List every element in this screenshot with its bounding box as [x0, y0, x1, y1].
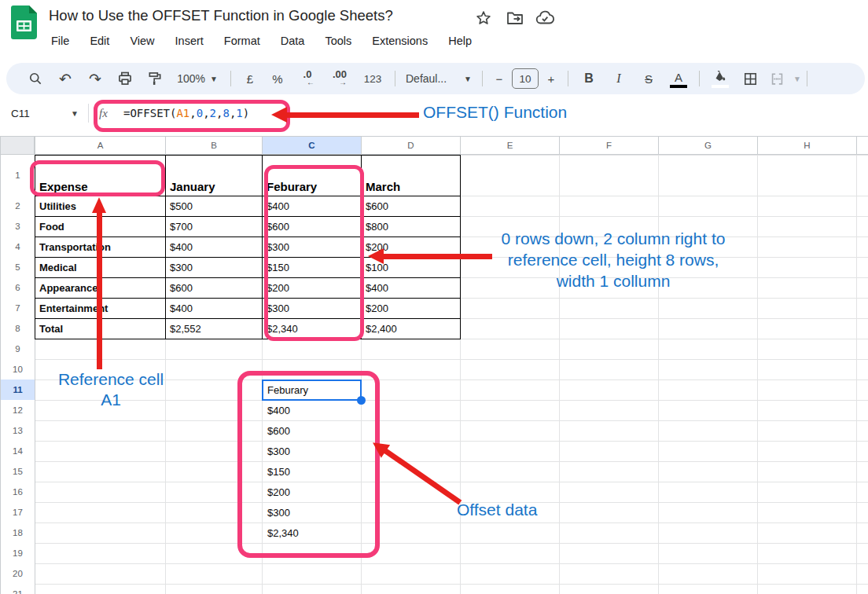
cell-B8[interactable]: $2,552 — [165, 318, 263, 339]
cell-A1[interactable]: Expense — [35, 155, 166, 196]
col-header-E[interactable]: E — [460, 136, 560, 155]
cell-C2[interactable]: $400 — [262, 196, 362, 217]
cell-D6[interactable]: $400 — [361, 277, 461, 299]
gridline-h — [35, 441, 868, 442]
row-header-12[interactable]: 12 — [0, 400, 35, 421]
cell-B2[interactable]: $500 — [165, 196, 263, 217]
gridline-v — [757, 155, 758, 594]
cell-A4[interactable]: Transportation — [35, 236, 166, 258]
col-header-A[interactable]: A — [35, 136, 166, 155]
cell-C3[interactable]: $600 — [262, 216, 362, 237]
gridline-v — [559, 155, 560, 594]
row-header-21[interactable]: 21 — [0, 584, 35, 594]
annotation-offset-description: 0 rows down, 2 column right to reference… — [481, 228, 745, 292]
gridline-v — [658, 155, 659, 594]
gridline-h — [35, 461, 868, 462]
cell-D4[interactable]: $200 — [361, 236, 461, 258]
col-header-F[interactable]: F — [559, 136, 659, 155]
row-header-20[interactable]: 20 — [0, 563, 35, 585]
row-header-13[interactable]: 13 — [0, 420, 35, 442]
row-header-18[interactable]: 18 — [0, 522, 35, 544]
annotation-offset-function: OFFSET() Function — [423, 103, 567, 122]
annotation-offset-data: Offset data — [457, 500, 537, 519]
col-header-G[interactable]: G — [658, 136, 758, 155]
cell-C16[interactable]: $200 — [263, 482, 361, 502]
col-header-H[interactable]: H — [757, 136, 857, 155]
cell-C15[interactable]: $150 — [263, 462, 361, 482]
cell-C8[interactable]: $2,340 — [262, 318, 362, 339]
gridline-v — [856, 155, 857, 594]
spreadsheet-grid: ABCDEFGH12345678910111213141516171819202… — [0, 0, 868, 594]
cell-C14[interactable]: $300 — [263, 442, 361, 461]
cell-C11[interactable]: Feburary — [263, 380, 361, 400]
row-header-1[interactable]: 1 — [0, 155, 35, 196]
row-header-17[interactable]: 17 — [0, 502, 35, 523]
cell-C18[interactable]: $2,340 — [263, 523, 361, 543]
row-header-7[interactable]: 7 — [0, 298, 35, 319]
gridline-h — [35, 563, 868, 564]
row-header-4[interactable]: 4 — [0, 236, 35, 258]
cell-C1[interactable]: Feburary — [262, 155, 362, 196]
row-header-6[interactable]: 6 — [0, 277, 35, 299]
gridline-h — [35, 522, 868, 523]
row-header-11[interactable]: 11 — [0, 380, 35, 401]
cell-D5[interactable]: $100 — [361, 257, 461, 278]
cell-D8[interactable]: $2,400 — [361, 318, 461, 339]
cell-A2[interactable]: Utilities — [35, 196, 166, 217]
row-header-2[interactable]: 2 — [0, 196, 35, 217]
cell-C4[interactable]: $300 — [262, 236, 362, 258]
annotation-reference-cell: Reference cell A1 — [38, 369, 184, 410]
cell-B1[interactable]: January — [165, 155, 263, 196]
select-all-corner[interactable] — [0, 136, 35, 155]
cell-C5[interactable]: $150 — [262, 257, 362, 278]
gridline-h — [35, 584, 868, 585]
gridline-h — [35, 502, 868, 503]
row-header-9[interactable]: 9 — [0, 339, 35, 360]
col-header-B[interactable]: B — [165, 136, 263, 155]
cell-C12[interactable]: $400 — [263, 401, 361, 420]
row-header-10[interactable]: 10 — [0, 359, 35, 380]
cell-B6[interactable]: $600 — [165, 277, 263, 299]
cell-B5[interactable]: $300 — [165, 257, 263, 278]
row-header-19[interactable]: 19 — [0, 543, 35, 564]
col-header-partial[interactable] — [856, 136, 868, 155]
cell-C6[interactable]: $200 — [262, 277, 362, 299]
row-header-14[interactable]: 14 — [0, 441, 35, 462]
row-header-5[interactable]: 5 — [0, 257, 35, 278]
cell-D7[interactable]: $200 — [361, 298, 461, 319]
cell-C7[interactable]: $300 — [262, 298, 362, 319]
cell-B3[interactable]: $700 — [165, 216, 263, 237]
fill-handle[interactable] — [357, 396, 366, 405]
cell-A7[interactable]: Entertainment — [35, 298, 166, 319]
row-header-8[interactable]: 8 — [0, 318, 35, 339]
cell-C13[interactable]: $600 — [263, 421, 361, 441]
cell-A6[interactable]: Appearance — [35, 277, 166, 299]
row-header-3[interactable]: 3 — [0, 216, 35, 237]
cell-D2[interactable]: $600 — [361, 196, 461, 217]
cell-D3[interactable]: $800 — [361, 216, 461, 237]
cell-C17[interactable]: $300 — [263, 503, 361, 522]
gridline-h — [35, 420, 868, 421]
row-header-16[interactable]: 16 — [0, 482, 35, 503]
col-header-C[interactable]: C — [262, 136, 362, 155]
cell-A5[interactable]: Medical — [35, 257, 166, 278]
gridline-h — [35, 543, 868, 544]
cell-D1[interactable]: March — [361, 155, 461, 196]
cell-B4[interactable]: $400 — [165, 236, 263, 258]
col-header-D[interactable]: D — [361, 136, 461, 155]
cell-A8[interactable]: Total — [35, 318, 166, 339]
cell-A3[interactable]: Food — [35, 216, 166, 237]
gridline-h — [35, 359, 868, 360]
gridline-h — [35, 482, 868, 482]
cell-B7[interactable]: $400 — [165, 298, 263, 319]
row-header-15[interactable]: 15 — [0, 461, 35, 482]
